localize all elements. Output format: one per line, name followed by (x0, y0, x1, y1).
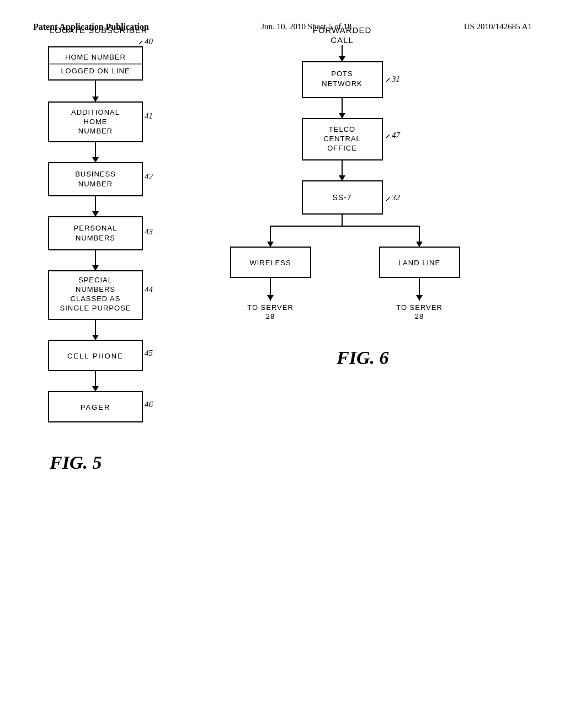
svg-marker-14 (92, 157, 99, 163)
svg-text:41: 41 (145, 111, 153, 120)
svg-marker-20 (92, 211, 99, 217)
svg-marker-53 (339, 113, 345, 119)
svg-text:NUMBERS: NUMBERS (76, 285, 115, 293)
svg-rect-2 (49, 47, 142, 80)
svg-text:43: 43 (145, 227, 153, 236)
svg-text:OFFICE: OFFICE (327, 144, 357, 152)
svg-marker-78 (267, 295, 274, 301)
svg-text:NUMBER: NUMBER (78, 180, 113, 188)
svg-text:POTS: POTS (331, 69, 353, 78)
svg-text:CLASSED  AS: CLASSED AS (71, 295, 121, 303)
svg-text:WIRELESS: WIRELESS (249, 259, 291, 267)
svg-text:CALL: CALL (331, 35, 354, 45)
svg-text:44: 44 (145, 285, 153, 294)
svg-text:47: 47 (392, 131, 401, 140)
svg-text:NUMBER: NUMBER (78, 127, 113, 135)
svg-text:28: 28 (415, 312, 424, 320)
svg-text:ADDITIONAL: ADDITIONAL (71, 108, 120, 116)
svg-text:LOCATE SUBSCRIBER: LOCATE SUBSCRIBER (50, 25, 148, 35)
svg-marker-26 (92, 265, 99, 271)
svg-marker-47 (339, 56, 345, 62)
svg-text:SS-7: SS-7 (332, 193, 351, 202)
svg-marker-60 (339, 175, 345, 181)
svg-text:TO  SERVER: TO SERVER (396, 303, 443, 312)
svg-text:PAGER: PAGER (81, 403, 111, 411)
svg-text:SINGLE  PURPOSE: SINGLE PURPOSE (60, 304, 131, 312)
svg-text:32: 32 (391, 193, 401, 202)
svg-text:FIG.  5: FIG. 5 (49, 452, 102, 473)
svg-rect-22 (49, 217, 142, 250)
svg-text:FIG.  6: FIG. 6 (336, 347, 388, 368)
svg-text:NUMBERS: NUMBERS (76, 234, 115, 242)
svg-marker-34 (92, 335, 99, 340)
svg-text:CENTRAL: CENTRAL (323, 135, 361, 143)
svg-text:40: 40 (145, 37, 153, 46)
svg-marker-67 (267, 242, 274, 247)
svg-text:42: 42 (145, 172, 153, 181)
svg-text:CELL  PHONE: CELL PHONE (67, 352, 124, 360)
svg-text:LAND  LINE: LAND LINE (398, 259, 440, 267)
svg-text:28: 28 (266, 312, 275, 320)
svg-text:TO  SERVER: TO SERVER (247, 303, 294, 312)
svg-text:46: 46 (145, 400, 153, 409)
svg-marker-70 (416, 242, 423, 247)
svg-marker-39 (92, 386, 99, 392)
svg-text:31: 31 (391, 74, 400, 83)
svg-text:45: 45 (145, 349, 153, 357)
diagram-area: LOCATE SUBSCRIBER 40 HOME NUMBER LOGGED … (0, 0, 565, 607)
svg-rect-16 (49, 163, 142, 196)
patent-diagram-svg: LOCATE SUBSCRIBER 40 HOME NUMBER LOGGED … (0, 0, 565, 607)
svg-text:HOME: HOME (84, 117, 108, 126)
svg-text:PERSONAL: PERSONAL (74, 224, 118, 232)
svg-text:SPECIAL: SPECIAL (78, 276, 113, 284)
svg-text:NETWORK: NETWORK (322, 79, 362, 88)
page: Patent Application Publication Jun. 10, … (0, 0, 565, 728)
svg-text:BUSINESS: BUSINESS (75, 170, 116, 178)
svg-text:LOGGED  ON  LINE: LOGGED ON LINE (61, 67, 130, 75)
svg-marker-82 (416, 295, 423, 301)
svg-text:FORWARDED: FORWARDED (313, 25, 372, 35)
svg-text:TELCO: TELCO (329, 125, 355, 133)
svg-marker-7 (92, 97, 99, 102)
svg-text:HOME NUMBER: HOME NUMBER (65, 53, 126, 61)
